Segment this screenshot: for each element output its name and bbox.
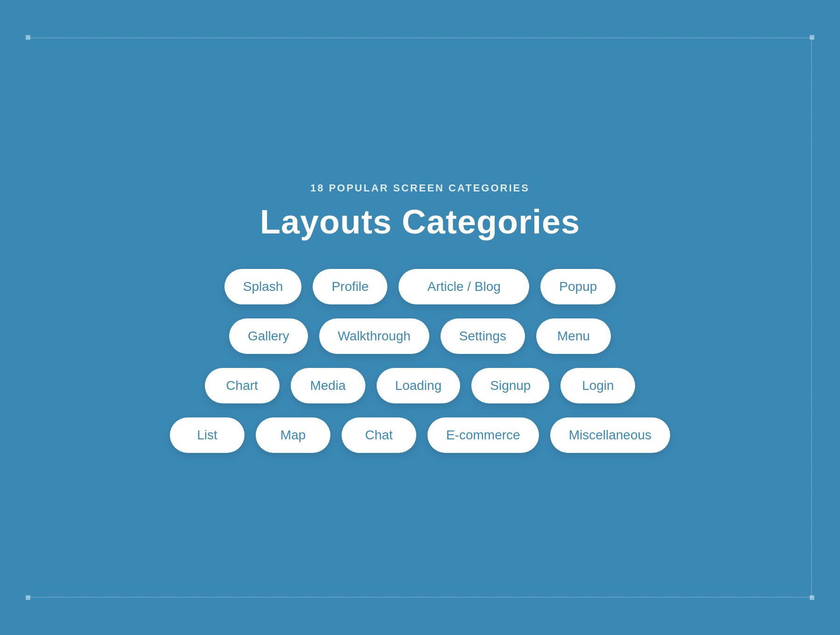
category-btn-map[interactable]: Map xyxy=(256,417,330,453)
page-title: Layouts Categories xyxy=(260,203,580,241)
border-top xyxy=(28,37,812,38)
category-btn-signup[interactable]: Signup xyxy=(471,368,549,403)
header: 18 POPULAR SCREEN CATEGORIES Layouts Cat… xyxy=(260,182,580,241)
category-btn-walkthrough[interactable]: Walkthrough xyxy=(319,318,429,354)
border-right xyxy=(811,37,812,598)
corner-dot-bottom-right xyxy=(810,595,814,600)
category-btn-media[interactable]: Media xyxy=(291,368,365,403)
category-row-3: ChartMediaLoadingSignupLogin xyxy=(205,368,636,403)
category-btn-e-commerce[interactable]: E-commerce xyxy=(427,417,539,453)
categories-grid: SplashProfileArticle / BlogPopupGalleryW… xyxy=(170,269,670,453)
category-row-1: SplashProfileArticle / BlogPopup xyxy=(224,269,616,304)
category-btn-chart[interactable]: Chart xyxy=(205,368,280,403)
category-btn-splash[interactable]: Splash xyxy=(224,269,302,304)
category-btn-chat[interactable]: Chat xyxy=(342,417,416,453)
category-row-4: ListMapChatE-commerceMiscellaneous xyxy=(170,417,670,453)
category-btn-login[interactable]: Login xyxy=(560,368,635,403)
category-row-2: GalleryWalkthroughSettingsMenu xyxy=(229,318,611,354)
corner-dot-bottom-left xyxy=(26,595,30,600)
page-container: 18 POPULAR SCREEN CATEGORIES Layouts Cat… xyxy=(0,0,840,635)
border-bottom xyxy=(28,597,812,598)
category-btn-profile[interactable]: Profile xyxy=(313,269,387,304)
category-btn-article-blog[interactable]: Article / Blog xyxy=(399,269,529,304)
category-btn-miscellaneous[interactable]: Miscellaneous xyxy=(550,417,670,453)
category-btn-list[interactable]: List xyxy=(170,417,245,453)
category-btn-gallery[interactable]: Gallery xyxy=(229,318,308,354)
category-btn-loading[interactable]: Loading xyxy=(377,368,461,403)
category-btn-settings[interactable]: Settings xyxy=(441,318,525,354)
category-btn-popup[interactable]: Popup xyxy=(540,269,616,304)
category-btn-menu[interactable]: Menu xyxy=(536,318,611,354)
corner-dot-top-left xyxy=(26,35,30,40)
subtitle: 18 POPULAR SCREEN CATEGORIES xyxy=(260,182,580,194)
corner-dot-top-right xyxy=(810,35,814,40)
